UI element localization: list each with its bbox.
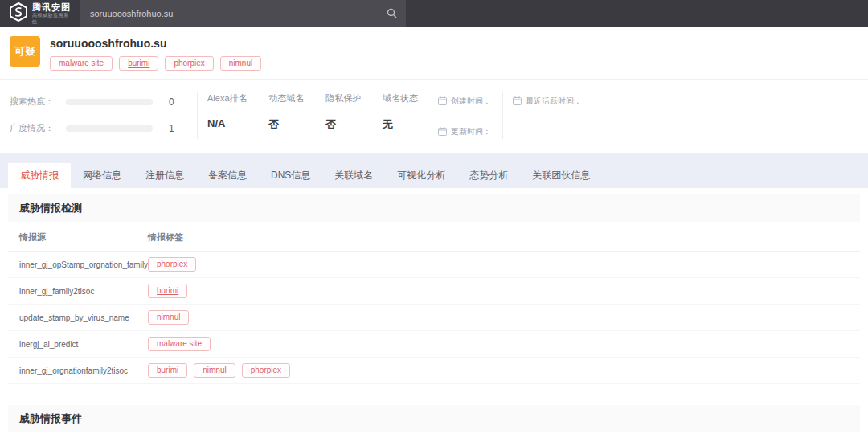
stats-row: 搜索热度： 0 广度情况： 1 Alexa排名 N/A 动态域名 否 隐私保护 … (0, 79, 868, 153)
time-column-1: 创建时间： 更新时间： (428, 92, 502, 139)
table-row: inergj_ai_predict malware site (8, 331, 860, 358)
fact-value: 无 (383, 117, 418, 132)
tag-phorpiex[interactable]: phorpiex (242, 363, 290, 378)
create-time: 创建时间： (438, 94, 493, 108)
search-input[interactable] (80, 9, 377, 18)
time-label: 创建时间： (451, 96, 491, 107)
dynamic-domain: 动态域名 否 (268, 92, 304, 139)
tag-nimnul[interactable]: nimnul (220, 56, 261, 71)
calendar-icon (513, 94, 522, 108)
verdict-badge: 可疑 (10, 36, 40, 67)
tab-related-gang-info[interactable]: 关联团伙信息 (520, 163, 602, 188)
search-heat-meter: 搜索热度： 0 (10, 96, 187, 108)
tab-network-info[interactable]: 网络信息 (71, 163, 133, 188)
alexa-rank: Alexa排名 N/A (207, 92, 248, 139)
intel-source: inergj_ai_predict (19, 340, 148, 349)
time-column-2: 最近活跃时间： (503, 92, 868, 139)
detail-tabs: 威胁情报 网络信息 注册信息 备案信息 DNS信息 关联域名 可视化分析 态势分… (0, 163, 868, 188)
domain-facts: Alexa排名 N/A 动态域名 否 隐私保护 否 域名状态 无 (198, 92, 428, 139)
tab-threat-intel[interactable]: 威胁情报 (8, 163, 71, 188)
heat-meters: 搜索热度： 0 广度情况： 1 (0, 92, 197, 139)
logo-title: 腾讯安图 (32, 2, 71, 12)
threat-tags: malware site burimi phorpiex nimnul (50, 56, 261, 71)
tag-nimnul[interactable]: nimnul (194, 363, 235, 378)
meter-label: 广度情况： (10, 122, 59, 134)
antu-logo-icon (10, 2, 27, 25)
calendar-icon (438, 125, 447, 139)
intel-source: inner_gj_orgnationfamily2tisoc (19, 366, 148, 375)
tab-related-domains[interactable]: 关联域名 (322, 163, 385, 188)
fact-label: 隐私保护 (326, 92, 361, 104)
tag-burimi[interactable]: burimi (148, 363, 187, 378)
logo-subtitle: 高级威胁追溯系统 (32, 12, 71, 25)
table-row: inner_gj_family2tisoc burimi (8, 278, 860, 305)
top-navbar: 腾讯安图 高级威胁追溯系统 (0, 0, 868, 27)
meter-value: 0 (169, 96, 174, 108)
tag-nimnul[interactable]: nimnul (148, 310, 189, 325)
intel-source: inner_gj_opStamp_orgnation_family (19, 260, 148, 269)
tag-phorpiex[interactable]: phorpiex (148, 257, 196, 272)
privacy-protection: 隐私保护 否 (326, 92, 361, 139)
search-icon[interactable] (377, 0, 406, 27)
time-label: 最近活跃时间： (526, 96, 582, 107)
tag-burimi[interactable]: burimi (148, 284, 187, 298)
section-gap (8, 384, 860, 405)
table-row: inner_gj_orgnationfamily2tisoc burimi ni… (8, 358, 860, 384)
page-title: soruuoooshfrohuo.su (50, 37, 261, 50)
domain-status: 域名状态 无 (383, 92, 418, 139)
time-label: 更新时间： (451, 126, 491, 137)
calendar-icon (438, 94, 447, 108)
fact-label: 域名状态 (383, 92, 418, 104)
section-title-events: 威胁情报事件 (8, 405, 860, 432)
last-active-time: 最近活跃时间： (513, 94, 858, 108)
fact-value: 否 (268, 117, 304, 132)
tab-content: 威胁情报检测 情报源 情报标签 inner_gj_opStamp_orgnati… (0, 188, 868, 442)
tab-icp-info[interactable]: 备案信息 (196, 163, 259, 188)
domain-search-bar (80, 0, 406, 27)
detection-table-header: 情报源 情报标签 (8, 222, 860, 252)
tag-phorpiex[interactable]: phorpiex (165, 56, 213, 71)
breadth-meter: 广度情况： 1 (10, 122, 187, 134)
fact-value: N/A (207, 117, 248, 129)
meter-value: 1 (169, 123, 174, 134)
section-title-detection: 威胁情报检测 (8, 194, 860, 222)
meter-label: 搜索热度： (10, 96, 59, 108)
intel-source: inner_gj_family2tisoc (19, 287, 148, 296)
table-row: update_stamp_by_virus_name nimnul (8, 305, 860, 331)
column-header-tags: 情报标签 (148, 231, 183, 244)
tag-burimi[interactable]: burimi (119, 56, 158, 71)
tag-malware-site[interactable]: malware site (50, 56, 113, 71)
intel-source: update_stamp_by_virus_name (19, 313, 148, 322)
tab-visual-analysis[interactable]: 可视化分析 (385, 163, 457, 188)
events-table-header: 名称 摘要 (8, 432, 860, 442)
fact-label: Alexa排名 (207, 92, 248, 104)
fact-label: 动态域名 (268, 92, 304, 104)
table-row: inner_gj_opStamp_orgnation_family phorpi… (8, 252, 860, 278)
column-header-source: 情报源 (19, 231, 148, 244)
tab-situation-analysis[interactable]: 态势分析 (457, 163, 520, 188)
progress-bar (66, 99, 153, 105)
tag-malware-site[interactable]: malware site (148, 337, 211, 351)
tab-dns-info[interactable]: DNS信息 (259, 163, 322, 188)
tab-registration-info[interactable]: 注册信息 (133, 163, 196, 188)
fact-value: 否 (326, 117, 361, 132)
update-time: 更新时间： (438, 125, 493, 139)
app-logo[interactable]: 腾讯安图 高级威胁追溯系统 (0, 0, 80, 27)
progress-bar (66, 125, 153, 132)
domain-header: 可疑 soruuoooshfrohuo.su malware site buri… (0, 27, 868, 79)
